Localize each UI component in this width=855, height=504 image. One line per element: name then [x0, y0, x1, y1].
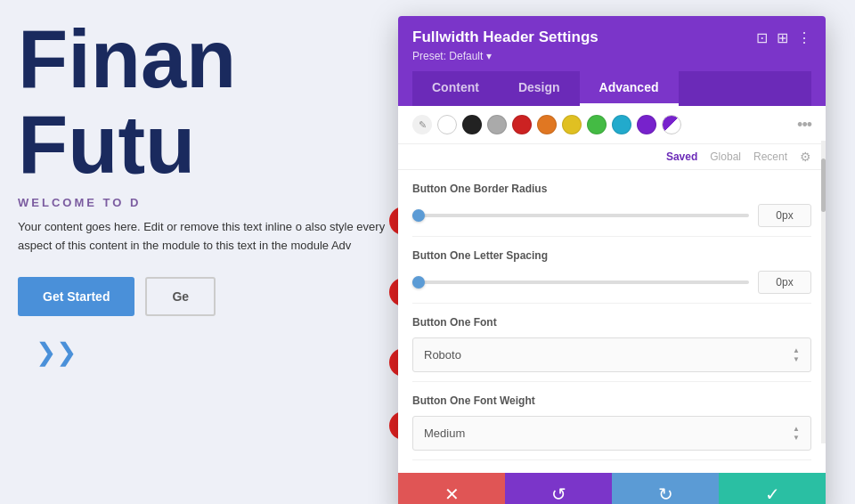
- panel-tabs: Content Design Advanced: [412, 71, 811, 106]
- scroll-chevron: ❯❯: [36, 337, 77, 367]
- setting-font-weight: Button One Font Weight Medium ▲ ▼: [412, 382, 811, 460]
- undo-icon: ↺: [551, 484, 566, 504]
- setting-font-style: Button One Font Style: [412, 460, 811, 473]
- bg-headline-1: Finan: [18, 18, 236, 100]
- settings-panel: Fullwidth Header Settings ⊡ ⊞ ⋮ Preset: …: [398, 16, 826, 504]
- bg-body-text: Your content goes here. Edit or remove t…: [18, 218, 392, 256]
- preset-label: Preset: Default: [412, 50, 483, 62]
- settings-gear-icon[interactable]: ⚙: [800, 150, 811, 164]
- swatch-custom[interactable]: [662, 115, 681, 134]
- undo-button[interactable]: ↺: [505, 473, 612, 504]
- swatch-green[interactable]: [587, 115, 607, 134]
- panel-title-row: Fullwidth Header Settings ⊡ ⊞ ⋮: [412, 28, 811, 46]
- cancel-icon: ✕: [444, 484, 460, 504]
- more-options-icon[interactable]: ⋮: [797, 29, 811, 46]
- swatch-yellow[interactable]: [562, 115, 582, 134]
- history-tab-recent[interactable]: Recent: [753, 150, 787, 163]
- grid-icon[interactable]: ⊞: [777, 29, 788, 46]
- setting-letter-spacing: Button One Letter Spacing 0px: [412, 237, 811, 304]
- border-radius-label: Button One Border Radius: [412, 183, 811, 195]
- tab-design[interactable]: Design: [499, 71, 580, 106]
- border-radius-value[interactable]: 0px: [758, 204, 811, 227]
- bg-subheading: Welcome to D: [18, 196, 141, 209]
- cancel-button[interactable]: ✕: [398, 473, 505, 504]
- panel-title: Fullwidth Header Settings: [412, 28, 598, 46]
- scrollbar-track: [821, 141, 826, 443]
- letter-spacing-slider-row: 0px: [412, 271, 811, 294]
- swatch-white[interactable]: [437, 115, 457, 134]
- save-button[interactable]: ✓: [719, 473, 826, 504]
- swatch-red[interactable]: [512, 115, 532, 134]
- preset-arrow: ▾: [486, 50, 492, 62]
- tab-advanced[interactable]: Advanced: [580, 71, 679, 106]
- font-weight-select[interactable]: Medium ▲ ▼: [412, 416, 811, 451]
- action-bar: ✕ ↺ ↻ ✓: [398, 473, 826, 504]
- edit-color-icon[interactable]: ✎: [412, 115, 432, 134]
- more-swatches[interactable]: •••: [797, 116, 811, 134]
- panel-header: Fullwidth Header Settings ⊡ ⊞ ⋮ Preset: …: [398, 16, 826, 106]
- redo-icon: ↻: [658, 484, 673, 504]
- scrollbar-thumb[interactable]: [821, 159, 826, 212]
- swatch-gray[interactable]: [487, 115, 507, 134]
- redo-button[interactable]: ↻: [612, 473, 719, 504]
- font-arrows: ▲ ▼: [793, 346, 800, 363]
- font-value: Roboto: [424, 348, 461, 362]
- tab-content[interactable]: Content: [412, 71, 499, 106]
- settings-body: Button One Border Radius 0px Button One …: [398, 170, 826, 473]
- minimize-icon[interactable]: ⊡: [756, 29, 768, 46]
- get-started-button[interactable]: Get Started: [18, 277, 134, 316]
- history-tab-saved[interactable]: Saved: [666, 150, 697, 163]
- panel-header-icons: ⊡ ⊞ ⋮: [756, 29, 811, 46]
- swatch-purple[interactable]: [637, 115, 656, 134]
- setting-font: Button One Font Roboto ▲ ▼: [412, 304, 811, 382]
- font-label: Button One Font: [412, 316, 811, 329]
- font-select[interactable]: Roboto ▲ ▼: [412, 337, 811, 372]
- panel-preset[interactable]: Preset: Default ▾: [412, 50, 811, 62]
- font-weight-arrows: ▲ ▼: [793, 425, 800, 442]
- border-radius-slider-row: 0px: [412, 204, 811, 227]
- border-radius-thumb[interactable]: [412, 209, 425, 222]
- bg-buttons: Get Started Ge: [18, 277, 216, 316]
- swatch-blue[interactable]: [612, 115, 631, 134]
- history-row: Saved Global Recent ⚙: [398, 144, 826, 170]
- font-weight-value: Medium: [424, 427, 465, 440]
- letter-spacing-label: Button One Letter Spacing: [412, 249, 811, 262]
- save-icon: ✓: [765, 484, 780, 504]
- swatch-orange[interactable]: [537, 115, 557, 134]
- letter-spacing-thumb[interactable]: [412, 276, 425, 289]
- bg-headline-2: Futu: [18, 103, 195, 185]
- setting-border-radius: Button One Border Radius 0px: [412, 170, 811, 237]
- color-swatches-row: ✎ •••: [398, 106, 826, 144]
- font-weight-label: Button One Font Weight: [412, 394, 811, 407]
- secondary-button[interactable]: Ge: [145, 277, 216, 316]
- history-tab-global[interactable]: Global: [710, 150, 741, 163]
- letter-spacing-value[interactable]: 0px: [758, 271, 811, 294]
- swatch-black[interactable]: [462, 115, 482, 134]
- letter-spacing-track[interactable]: [412, 280, 749, 284]
- border-radius-track[interactable]: [412, 214, 749, 217]
